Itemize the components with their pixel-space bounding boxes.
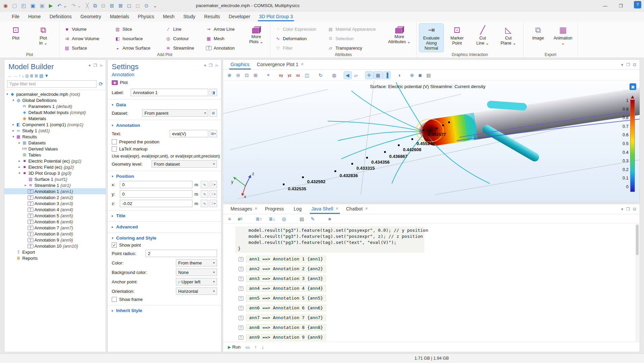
attribute-button[interactable]: ⧉ Selection (326, 34, 384, 43)
tree-node[interactable]: T Annotation 1 {ann1} (4, 188, 106, 194)
close-tab-icon[interactable]: ✕ (301, 62, 304, 66)
graphics-tool-icon[interactable] (312, 74, 316, 76)
attribute-button[interactable]: ▩ Material Appearance (326, 25, 384, 33)
ribbon-tab[interactable]: Home (24, 12, 45, 21)
java-shell-output[interactable]: model.result("pg3").feature(tag).set("po… (223, 224, 640, 342)
panel-mini-icon[interactable]: ⊟ (633, 207, 636, 212)
history-next-icon[interactable]: ↓ (262, 344, 264, 350)
ribbon-tab[interactable]: Developer (224, 12, 255, 21)
qat-icon[interactable]: ↶ ⌄ (57, 3, 67, 8)
tree-node[interactable]: 8.85 Derived Values (4, 146, 106, 152)
prepend-position-checkbox[interactable] (112, 139, 117, 144)
ribbon-tab[interactable]: Physics (134, 12, 159, 21)
qat-icon[interactable]: ◻ (127, 3, 131, 8)
plot-expression-icon[interactable]: ∿ (201, 181, 208, 188)
orientation-select[interactable]: Horizontal▾ (176, 287, 217, 295)
ribbon-tab[interactable]: File (7, 12, 24, 21)
graphics-tool-icon[interactable]: ▤ (425, 72, 433, 79)
addplot-button[interactable]: ◧ Isosurface (113, 34, 162, 43)
graphics-tool-icon[interactable]: ✛ (365, 72, 373, 79)
console-tool-icon[interactable]: ■ (327, 215, 333, 223)
addplot-button[interactable]: ▦ Mesh (204, 34, 244, 43)
tree-node[interactable]: ◉ Materials (4, 115, 106, 121)
tree-node[interactable]: T Annotation 7 {ann7} (4, 225, 106, 231)
section-header-annotation[interactable]: ▾Annotation (108, 122, 221, 129)
qat-icon[interactable]: ◻ (136, 3, 140, 8)
console-tab[interactable]: Progress (262, 204, 290, 214)
toolbar-icon[interactable]: ← (8, 73, 10, 78)
console-tool-icon[interactable]: ≡ (226, 215, 233, 223)
ribbon-tab[interactable]: 3D Plot Group 3 (254, 12, 297, 21)
panel-mini-icon[interactable]: ❐ (626, 207, 630, 212)
tree-node[interactable]: ▾ ■ 3D Plot Group 3 {pg3} (4, 170, 106, 176)
toolbar-icon[interactable]: ↑ (19, 73, 19, 78)
tree-node[interactable]: ▸ ≋ Streamline 1 {str1} (4, 182, 106, 188)
anchor-point-select[interactable]: ◸ Upper left▾ (176, 278, 217, 285)
insert-expression-icon[interactable]: ⊞▾ (210, 130, 217, 137)
addplot-button[interactable]: ■ Volume (62, 25, 111, 33)
scrollbar-thumb[interactable] (636, 225, 639, 255)
tree-node[interactable]: ▾ ◍ Global Definitions (4, 97, 106, 103)
qat-icon[interactable]: ⊞ (110, 3, 114, 8)
show-frame-checkbox[interactable] (112, 297, 117, 302)
panel-mini-icon[interactable]: ❐ (626, 62, 630, 67)
more-attributes-button[interactable]: More Attributes ⌄ (385, 24, 413, 52)
plot-area-3d[interactable]: Surface: Electric potential (V) Streamli… (223, 81, 640, 202)
graphics-tool-icon[interactable]: ↻ (317, 72, 325, 79)
graphics-tool-icon[interactable]: yz (286, 72, 294, 78)
console-tab[interactable]: Java Shell ✕ (308, 204, 342, 214)
label-input[interactable]: Annotation 1 (131, 89, 208, 96)
qat-icon[interactable]: ▢ (12, 3, 17, 8)
panel-mini-icon[interactable]: ❐ (209, 63, 213, 68)
tree-expander[interactable]: ▾ (11, 99, 16, 102)
addplot-button[interactable]: ⇝ Arrow Line (204, 25, 244, 33)
addplot-button[interactable]: ◒ Arrow Surface (113, 44, 162, 52)
graphics-tool-icon[interactable] (404, 74, 408, 76)
tree-expander[interactable]: ▾ (5, 92, 9, 96)
graphics-tool-icon[interactable]: ⊡ (243, 72, 251, 79)
graphics-tool-icon[interactable]: ▐ (383, 72, 391, 79)
toolbar-icon[interactable]: ≣ (30, 73, 31, 78)
section-header-data[interactable]: ▾Data (108, 101, 221, 108)
section-header-title[interactable]: ▸Title (108, 212, 221, 219)
tree-node[interactable]: ▾ ◆ pacemaker_electrode.mph (root) (4, 91, 106, 97)
color-select[interactable]: From theme▾ (176, 259, 217, 267)
tab-convergence-plot[interactable]: Convergence Plot 1 ✕ (253, 60, 307, 69)
interaction-button[interactable]: ⇥ Evaluate Along Normal (419, 24, 444, 52)
toolbar-icon[interactable]: ↓ (22, 73, 22, 78)
tree-expander[interactable]: ▾ (11, 135, 16, 138)
addplot-button[interactable]: ▥ Slice (113, 25, 162, 33)
panel-mini-icon[interactable]: ▾ (621, 62, 623, 67)
console-tool-icon[interactable]: a= (236, 216, 245, 222)
tree-node[interactable]: T Annotation 2 {ann2} (4, 194, 106, 200)
position-x-input[interactable]: 0 (120, 181, 192, 188)
more-plots-button[interactable]: More Plots ⌄ (245, 24, 267, 52)
qat-icon[interactable]: ▣ (30, 3, 35, 8)
console-tab[interactable]: Messages ✕ (227, 204, 261, 214)
tree-node[interactable]: T Annotation 4 {ann4} (4, 206, 106, 213)
console-tool-icon[interactable] (247, 218, 251, 220)
graphics-tool-icon[interactable] (261, 74, 265, 76)
toolbar-icon[interactable]: → (13, 73, 16, 78)
section-header-inherit-style[interactable]: ▸Inherit Style (108, 307, 221, 314)
console-tool-icon[interactable]: ▤ (298, 215, 306, 223)
tree-node[interactable]: T Annotation 9 {ann9} (4, 237, 106, 243)
tree-node[interactable]: ▸ ◧ Component 1 (comp1) {comp1} (4, 121, 106, 128)
expression-menu-icon[interactable]: ⎍▾ (210, 200, 217, 207)
export-button[interactable]: ⧉ Image (526, 24, 550, 52)
tree-node[interactable]: ▾ ▦ Results (4, 134, 106, 140)
attribute-button[interactable]: ◔ Color Expression (273, 25, 324, 33)
panel-mini-icon[interactable]: ⌲ (215, 63, 218, 68)
panel-mini-icon[interactable]: ❐ (93, 63, 97, 68)
interaction-button[interactable]: ╱ Cut Line ⌄ (471, 24, 495, 52)
console-mode-icon[interactable]: ▭ (245, 344, 250, 350)
position-z-input[interactable]: -0.02 (120, 200, 192, 207)
latex-markup-checkbox[interactable] (112, 146, 117, 151)
tree-node[interactable]: ▤ Surface 1 {surf1} (4, 176, 106, 182)
plot-button[interactable]: ⊡ Plot (3, 24, 29, 52)
addplot-button[interactable]: T Annotation (204, 44, 244, 52)
graphics-tool-icon[interactable]: ◀ (344, 72, 352, 79)
tree-node[interactable]: T Annotation 3 {ann3} (4, 200, 106, 206)
close-tab-icon[interactable]: ✕ (254, 206, 258, 211)
refresh-icon[interactable]: ⟳ (99, 81, 103, 87)
